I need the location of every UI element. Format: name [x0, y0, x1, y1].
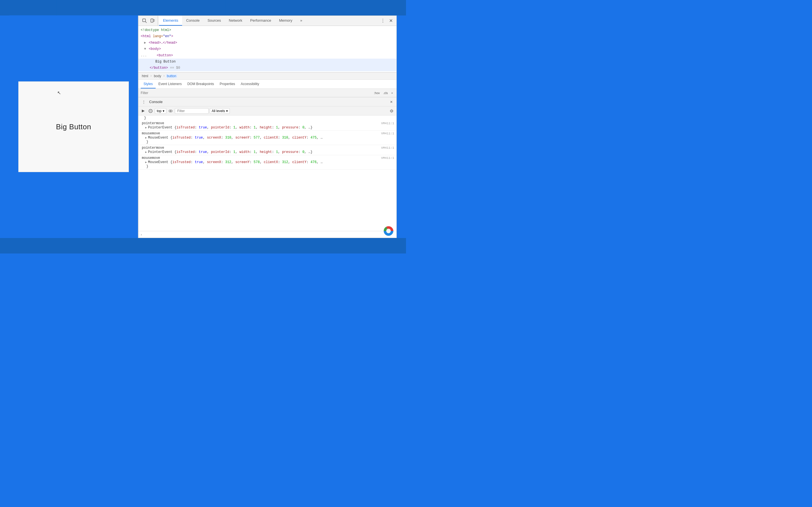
- svg-rect-0: [0, 0, 406, 15]
- cls-button[interactable]: .cls: [382, 91, 389, 95]
- svg-rect-12: [151, 19, 153, 22]
- styles-tabs-bar: Styles Event Listeners DOM Breakpoints P…: [139, 80, 396, 89]
- console-brace-1: }: [139, 115, 396, 121]
- console-toolbar: top ▾ All levels ▾: [139, 107, 396, 115]
- breadcrumb-html[interactable]: html: [141, 74, 149, 78]
- elements-panel: <!doctype html> <html lang="en"> ▶ <head…: [139, 26, 396, 72]
- tab-network[interactable]: Network: [225, 16, 246, 25]
- add-style-button[interactable]: +: [390, 91, 394, 95]
- html-line-html[interactable]: <html lang="en">: [139, 33, 396, 40]
- devtools-close-button[interactable]: ✕: [388, 17, 394, 24]
- svg-rect-10: [143, 19, 146, 22]
- console-levels-selector[interactable]: All levels ▾: [210, 108, 230, 114]
- styles-tab-event-listeners[interactable]: Event Listeners: [156, 80, 185, 89]
- console-filter-input[interactable]: [175, 108, 209, 114]
- styles-tab-accessibility[interactable]: Accessibility: [238, 80, 262, 89]
- styles-tab-styles[interactable]: Styles: [141, 80, 156, 89]
- html-line-doctype: <!doctype html>: [139, 27, 396, 33]
- console-input-row: ›: [139, 231, 396, 238]
- chrome-logo: [384, 226, 394, 236]
- console-title: Console: [149, 100, 163, 104]
- console-section: ⋮ Console ✕ top ▾: [139, 97, 396, 238]
- button-preview-container: Big Button: [18, 81, 129, 172]
- html-line-button-close[interactable]: </button> == $0: [139, 65, 396, 71]
- tab-more[interactable]: »: [296, 16, 306, 25]
- svg-line-26: [393, 110, 393, 110]
- console-entry-pointermove-2: pointermove VM411:1 ▶ PointerEvent {isTr…: [139, 145, 396, 155]
- console-eye-button[interactable]: [167, 108, 174, 114]
- styles-tab-properties[interactable]: Properties: [217, 80, 238, 89]
- console-entry-mousemove-2: mousemove VM411:1 ▶ MouseEvent {isTruste…: [139, 155, 396, 170]
- tab-memory[interactable]: Memory: [275, 16, 296, 25]
- big-button-label[interactable]: Big Button: [56, 122, 91, 131]
- devtools-tabs: Elements Console Sources Network Perform…: [159, 16, 379, 25]
- console-header: ⋮ Console ✕: [139, 98, 396, 107]
- devtools-panel: Elements Console Sources Network Perform…: [138, 15, 397, 238]
- html-tree: <!doctype html> <html lang="en"> ▶ <head…: [139, 26, 396, 72]
- html-line-head[interactable]: ▶ <head>…</head>: [139, 40, 396, 46]
- console-input[interactable]: [144, 233, 394, 237]
- device-toggle-button[interactable]: [149, 17, 156, 24]
- console-output: } pointermove VM411:1 ▶ PointerEvent {is…: [139, 115, 396, 231]
- console-close-button[interactable]: ✕: [389, 99, 394, 105]
- toolbar-icon-group: [140, 16, 158, 25]
- breadcrumb-button[interactable]: button: [166, 74, 177, 78]
- toolbar-right-actions: ⋮ ✕: [379, 17, 395, 24]
- webpage-preview: Big Button ↖: [9, 15, 138, 238]
- devtools-toolbar: Elements Console Sources Network Perform…: [139, 16, 396, 26]
- svg-point-31: [387, 229, 391, 233]
- tab-performance[interactable]: Performance: [246, 16, 275, 25]
- svg-marker-14: [142, 110, 145, 112]
- svg-line-11: [146, 22, 147, 23]
- svg-rect-13: [153, 19, 154, 21]
- tab-elements[interactable]: Elements: [159, 16, 182, 25]
- tab-console[interactable]: Console: [182, 16, 204, 25]
- devtools-more-button[interactable]: ⋮: [379, 17, 386, 24]
- styles-tab-dom-breakpoints[interactable]: DOM Breakpoints: [185, 80, 217, 89]
- html-line-body[interactable]: ▼ <body>: [139, 46, 396, 52]
- console-context-selector[interactable]: top ▾: [155, 108, 166, 114]
- tab-sources[interactable]: Sources: [204, 16, 225, 25]
- styles-filter-actions: :hov .cls +: [373, 91, 394, 95]
- breadcrumb-body[interactable]: body: [153, 74, 162, 78]
- console-prompt-arrow: ›: [141, 232, 142, 237]
- html-line-body-close[interactable]: </body>: [139, 71, 396, 72]
- console-clear-button[interactable]: [147, 108, 154, 114]
- svg-point-18: [170, 110, 171, 112]
- html-line-button-text[interactable]: Big Button: [139, 59, 396, 65]
- breadcrumb: html › body › button: [139, 72, 396, 80]
- console-entry-pointermove-1: pointermove VM411:1 ▶ PointerEvent {isTr…: [139, 121, 396, 131]
- html-line-ellipsis: ... <button>: [139, 52, 396, 59]
- console-entry-mousemove-1: mousemove VM411:1 ▶ MouseEvent {isTruste…: [139, 131, 396, 145]
- svg-point-19: [391, 110, 393, 112]
- styles-filter-input[interactable]: [141, 91, 373, 95]
- console-settings-button[interactable]: [389, 108, 395, 114]
- svg-line-24: [391, 110, 391, 110]
- inspect-element-button[interactable]: [141, 17, 148, 24]
- console-menu-button[interactable]: ⋮: [141, 99, 147, 105]
- styles-filter-bar: :hov .cls +: [139, 89, 396, 97]
- svg-rect-1: [0, 238, 406, 253]
- console-execute-button[interactable]: [140, 108, 146, 114]
- hov-button[interactable]: :hov: [373, 91, 381, 95]
